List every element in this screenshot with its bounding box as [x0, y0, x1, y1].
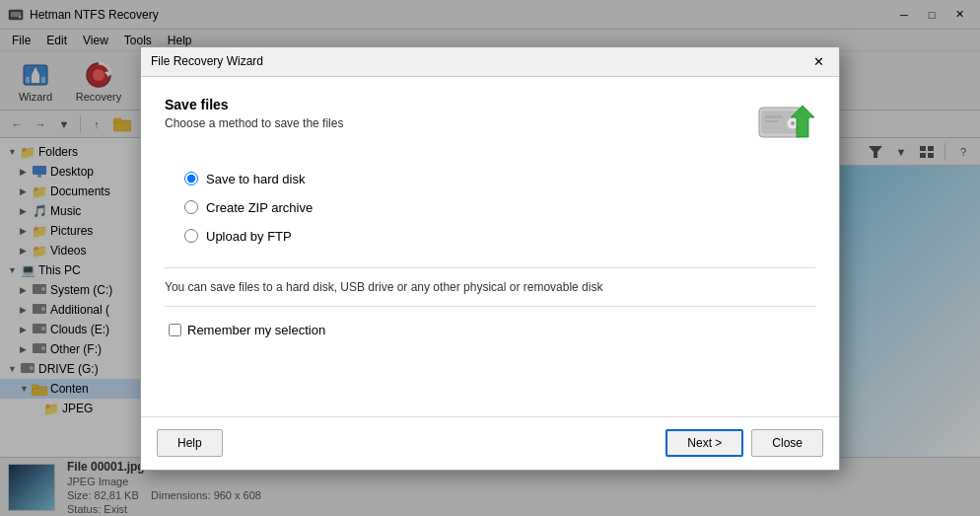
option-upload-ftp[interactable]: Upload by FTP: [184, 229, 815, 244]
info-text: You can save files to a hard disk, USB d…: [165, 267, 815, 307]
dialog-title: File Recovery Wizard: [151, 54, 807, 68]
dialog-header-icon: [756, 97, 815, 148]
dialog-header-text: Save files Choose a method to save the f…: [165, 97, 343, 130]
option-save-hard-disk[interactable]: Save to hard disk: [184, 172, 815, 186]
dialog-body: Save files Choose a method to save the f…: [141, 77, 839, 416]
radio-create-zip[interactable]: [184, 200, 198, 214]
svg-point-34: [791, 121, 795, 125]
modal-overlay: File Recovery Wizard ✕ Save files Choose…: [0, 0, 980, 516]
close-button[interactable]: Close: [751, 429, 823, 457]
dialog-heading: Save files: [165, 97, 343, 112]
help-button[interactable]: Help: [157, 429, 223, 457]
radio-upload-ftp[interactable]: [184, 229, 198, 243]
remember-selection-checkbox[interactable]: [169, 324, 181, 336]
option-save-hard-disk-label: Save to hard disk: [206, 172, 305, 186]
dialog-subtitle: Choose a method to save the files: [165, 116, 343, 130]
radio-group: Save to hard disk Create ZIP archive Upl…: [184, 172, 815, 244]
dialog: File Recovery Wizard ✕ Save files Choose…: [140, 46, 840, 471]
dialog-header: Save files Choose a method to save the f…: [165, 97, 815, 148]
next-button[interactable]: Next >: [665, 429, 743, 457]
dialog-close-x-button[interactable]: ✕: [807, 51, 829, 71]
dialog-footer: Help Next > Close: [141, 416, 839, 470]
dialog-title-bar: File Recovery Wizard ✕: [141, 47, 839, 77]
svg-rect-36: [765, 120, 779, 122]
svg-rect-35: [765, 115, 783, 118]
radio-save-hard-disk[interactable]: [184, 172, 198, 185]
option-create-zip[interactable]: Create ZIP archive: [184, 200, 815, 215]
option-upload-ftp-label: Upload by FTP: [206, 229, 292, 244]
option-create-zip-label: Create ZIP archive: [206, 200, 313, 215]
remember-selection-label[interactable]: Remember my selection: [187, 323, 325, 337]
remember-selection-row: Remember my selection: [169, 323, 815, 337]
